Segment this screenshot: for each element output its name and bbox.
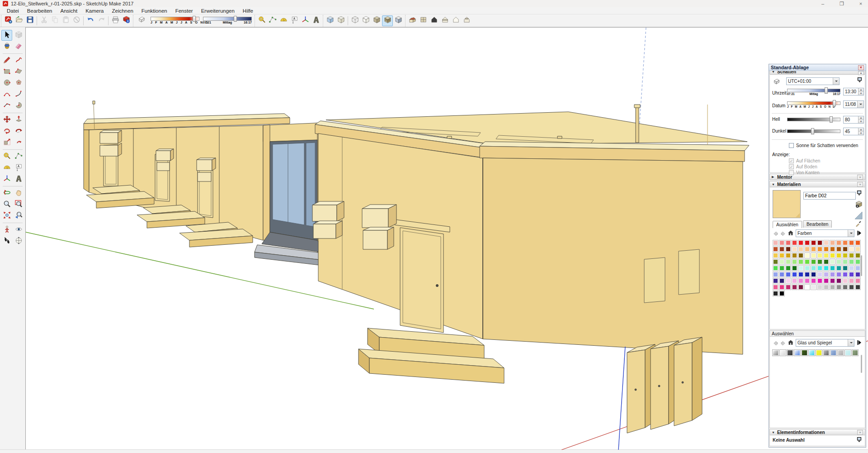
color-swatch[interactable] [849,278,854,284]
color-swatch[interactable] [804,246,810,252]
menu-datei[interactable]: Datei [3,7,23,14]
color-swatch[interactable] [811,259,816,265]
color-swatch[interactable] [798,265,804,271]
color-swatch[interactable] [830,253,835,258]
time-slider[interactable]: 07:21 Mittag 16:17 [787,89,840,96]
copy-button[interactable] [49,15,60,26]
tool-make-component-button[interactable] [13,30,24,41]
color-swatch[interactable] [798,259,804,265]
tool-look-around-button[interactable] [13,224,24,235]
display-toggle-icon[interactable] [857,77,863,83]
color-swatch[interactable] [804,253,810,258]
color-swatch[interactable] [817,265,823,271]
color-swatch[interactable] [779,253,785,258]
shaded-textures-button[interactable] [382,15,393,26]
color-swatch[interactable] [849,240,854,246]
material-thumbnail[interactable] [801,349,808,356]
tool-dimensions-button[interactable] [13,151,24,162]
color-swatch[interactable] [773,253,778,258]
color-swatch[interactable] [773,284,778,290]
back-edges-button[interactable] [335,15,346,26]
tool-zoom-window-button[interactable] [13,199,24,210]
color-swatch[interactable] [804,240,810,246]
color-swatch[interactable] [836,259,842,265]
tray-close-button[interactable]: × [858,65,864,70]
tool-pan-button[interactable] [13,188,24,199]
time-slider-thumb[interactable] [825,87,828,94]
color-swatch[interactable] [836,240,842,246]
menu-bearbeiten[interactable]: Bearbeiten [23,7,57,14]
color-swatch[interactable] [798,246,804,252]
color-swatch[interactable] [804,278,810,284]
maximize-button[interactable]: ❐ [837,0,846,7]
color-swatch[interactable] [817,240,823,246]
toolbar-date-slider[interactable]: J F M A M J J A S O N D [151,17,199,24]
paste-button[interactable] [60,15,71,26]
save-model-button[interactable] [24,15,35,26]
undo-button[interactable] [85,15,96,26]
sample-paint-icon[interactable] [854,211,863,220]
model-scene[interactable] [26,28,868,450]
material-thumbnail[interactable] [823,349,830,356]
tool-section-plane-button[interactable] [13,236,24,247]
von-kanten-checkbox[interactable]: Von Kanten [789,170,820,175]
color-swatch[interactable] [779,272,785,277]
color-swatch[interactable] [773,278,778,284]
color-swatch[interactable] [830,259,835,265]
color-swatch[interactable] [779,284,785,290]
dimensions-button[interactable] [267,15,278,26]
spin-up-icon[interactable]: ▲ [859,128,863,132]
color-swatch[interactable] [836,272,842,277]
color-swatch[interactable] [830,246,835,252]
color-swatch[interactable] [817,259,823,265]
color-swatch[interactable] [836,253,842,258]
color-swatch[interactable] [855,253,861,258]
auf-flaechen-checkbox[interactable]: ✓Auf Flächen [789,158,820,163]
color-swatch[interactable] [855,284,861,290]
color-swatch[interactable] [836,278,842,284]
color-swatch[interactable] [779,265,785,271]
menu-hilfe[interactable]: Hilfe [239,7,257,14]
tool-tape-measure-button[interactable] [1,151,12,162]
back-arrow-icon[interactable] [772,339,779,347]
color-swatch[interactable] [779,291,785,296]
forward-arrow-icon[interactable] [779,339,787,347]
print-button[interactable] [110,15,121,26]
home-icon[interactable] [787,339,794,346]
tool-protractor-button[interactable] [1,162,12,173]
color-swatch[interactable] [785,240,791,246]
tool-pie-button[interactable] [13,100,24,111]
close-button[interactable]: × [856,0,865,7]
color-swatch[interactable] [817,278,823,284]
tool-circle-button[interactable] [1,78,12,89]
details-arrow-icon[interactable] [856,229,863,237]
elementinfo-section-header[interactable]: ▼ Elementinformationen × [769,429,865,435]
tool-arc-3point-button[interactable] [1,100,12,111]
color-swatch[interactable] [817,272,823,277]
color-swatch[interactable] [849,253,854,258]
color-swatch[interactable] [773,246,778,252]
material-thumbnail[interactable] [772,349,779,356]
tool-push-pull-button[interactable] [13,114,24,125]
color-swatch[interactable] [842,272,848,277]
mentor-close-button[interactable]: × [857,175,863,180]
color-swatch[interactable] [804,272,810,277]
chevron-down-icon[interactable] [833,78,839,85]
color-swatch[interactable] [798,240,804,246]
xray-button[interactable] [325,15,335,26]
color-swatch[interactable] [842,253,848,258]
color-swatch[interactable] [817,253,823,258]
view-front-button[interactable] [429,15,439,26]
glas-collection-select[interactable]: Glas und Spiegel [796,339,854,347]
tool-orbit-button[interactable] [1,188,12,199]
material-thumbnail[interactable] [852,349,859,356]
tool-move-button[interactable] [1,114,12,125]
left-wing-building[interactable] [84,101,290,247]
hidden-line-button[interactable] [360,15,371,26]
color-swatch[interactable] [823,253,829,258]
tool-freehand-button[interactable] [13,55,24,66]
tool-offset-button[interactable] [13,137,24,148]
tool-text-button[interactable] [13,162,24,173]
hell-slider-thumb[interactable] [830,116,833,123]
toolbar-time-slider[interactable]: 07:21Mittag16:17 [203,17,252,24]
